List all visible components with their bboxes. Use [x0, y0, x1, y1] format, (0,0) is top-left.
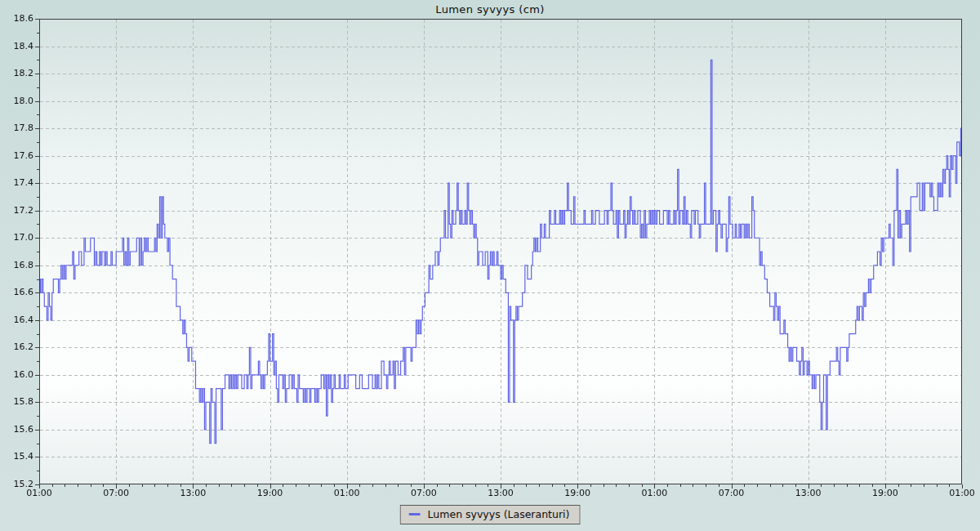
y-tick-label: 17.2: [0, 205, 33, 216]
y-tick-label: 17.6: [0, 150, 33, 161]
x-tick-label: 01:00: [636, 488, 672, 498]
x-tick-label: 01:00: [21, 488, 57, 498]
y-tick-label: 18.2: [0, 68, 33, 78]
y-tick-label: 18.4: [0, 41, 33, 51]
legend-line-marker: [409, 513, 421, 515]
y-tick-label: 17.8: [0, 123, 33, 133]
y-tick-label: 17.4: [0, 177, 33, 188]
legend-label: Lumen syvyys (Laseranturi): [428, 508, 570, 520]
x-tick-label: 07:00: [714, 488, 750, 498]
y-tick-label: 15.8: [0, 396, 33, 407]
y-tick-label: 18.6: [0, 13, 33, 24]
x-tick-label: 13:00: [791, 488, 826, 498]
y-tick-label: 16.2: [0, 341, 33, 352]
x-tick-label: 19:00: [559, 488, 595, 498]
legend: Lumen syvyys (Laseranturi): [400, 505, 581, 524]
x-tick-label: 01:00: [944, 488, 980, 498]
x-tick-label: 13:00: [483, 488, 519, 498]
y-tick-label: 16.6: [0, 287, 33, 297]
y-tick-label: 15.6: [0, 424, 33, 435]
x-tick-label: 01:00: [329, 488, 365, 498]
y-tick-label: 16.0: [0, 369, 33, 380]
y-tick-label: 15.4: [0, 451, 33, 462]
chart-canvas: [0, 0, 980, 531]
y-tick-label: 17.0: [0, 232, 33, 243]
y-tick-label: 18.0: [0, 96, 33, 106]
y-tick-label: 16.4: [0, 315, 33, 325]
x-tick-label: 19:00: [252, 488, 288, 498]
x-tick-label: 07:00: [406, 488, 442, 498]
y-tick-label: 16.8: [0, 260, 33, 270]
chart-page: Lumen syvyys (cm) 18.618.418.218.017.817…: [0, 0, 980, 531]
x-tick-label: 07:00: [98, 488, 134, 498]
x-tick-label: 19:00: [867, 488, 903, 498]
x-tick-label: 13:00: [175, 488, 211, 498]
